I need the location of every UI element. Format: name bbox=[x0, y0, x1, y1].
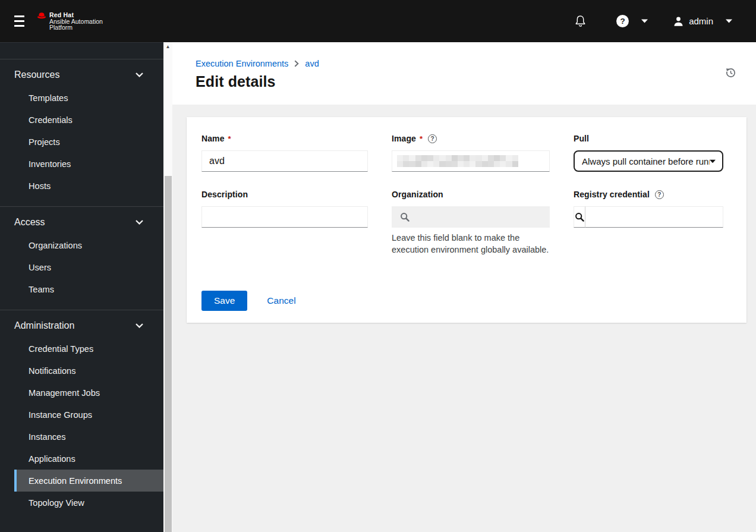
image-field-redacted-value bbox=[397, 155, 518, 167]
brand-logo: Red Hat Ansible Automation Platform bbox=[37, 12, 103, 30]
nav-group-header-access[interactable]: Access bbox=[0, 210, 163, 234]
sidebar-item-organizations[interactable]: Organizations bbox=[14, 234, 163, 256]
search-icon bbox=[575, 212, 584, 222]
description-field-group: Description bbox=[201, 190, 368, 256]
edit-details-card: Name Image bbox=[187, 117, 746, 323]
sidebar-item-instance-groups[interactable]: Instance Groups bbox=[14, 404, 163, 426]
image-input[interactable] bbox=[392, 150, 550, 172]
page-header: Execution Environments avd Edit details bbox=[172, 42, 756, 105]
user-menu-button[interactable]: admin bbox=[673, 16, 732, 27]
content-area: Name Image bbox=[172, 105, 756, 532]
organization-lookup-disabled bbox=[392, 206, 550, 228]
sidebar-item-templates[interactable]: Templates bbox=[14, 87, 163, 109]
sidebar-item-hosts[interactable]: Hosts bbox=[14, 175, 163, 197]
description-input[interactable] bbox=[201, 206, 368, 228]
chevron-down-icon bbox=[641, 19, 648, 23]
chevron-down-icon bbox=[136, 323, 143, 328]
sidebar-item-projects[interactable]: Projects bbox=[14, 131, 163, 153]
registry-credential-lookup bbox=[574, 206, 723, 228]
nav-group-administration: Administration Credential Types Notifica… bbox=[0, 310, 163, 523]
image-field-group: Image bbox=[392, 134, 550, 172]
sidebar-item-credentials[interactable]: Credentials bbox=[14, 109, 163, 131]
sidebar-item-users[interactable]: Users bbox=[14, 256, 163, 278]
nav-group-header-administration[interactable]: Administration bbox=[0, 314, 163, 338]
question-icon bbox=[616, 15, 629, 27]
chevron-down-icon bbox=[136, 220, 143, 225]
organization-helper-text: Leave this field blank to make the execu… bbox=[392, 232, 550, 256]
required-asterisk bbox=[228, 134, 231, 143]
required-asterisk bbox=[420, 134, 423, 143]
image-label: Image bbox=[392, 134, 416, 143]
sidebar-item-instances[interactable]: Instances bbox=[14, 426, 163, 448]
sidebar-item-credential-types[interactable]: Credential Types bbox=[14, 338, 163, 360]
search-icon bbox=[400, 212, 410, 222]
save-button[interactable]: Save bbox=[201, 291, 247, 311]
sidebar-item-inventories[interactable]: Inventories bbox=[14, 153, 163, 175]
masthead: Red Hat Ansible Automation Platform admi… bbox=[0, 0, 756, 42]
help-menu-button[interactable] bbox=[616, 15, 648, 27]
description-label: Description bbox=[201, 190, 248, 199]
sidebar-item-teams[interactable]: Teams bbox=[14, 278, 163, 300]
chevron-down-icon bbox=[726, 19, 732, 23]
brand-line2: Ansible Automation bbox=[49, 18, 103, 24]
form-actions: Save Cancel bbox=[201, 291, 723, 311]
sidebar-item-execution-environments[interactable]: Execution Environments bbox=[14, 470, 163, 492]
image-help-icon[interactable] bbox=[428, 134, 437, 143]
scroll-up-arrow-icon[interactable]: ▲ bbox=[163, 42, 172, 52]
name-label: Name bbox=[201, 134, 225, 143]
username-label: admin bbox=[689, 16, 713, 26]
menu-icon bbox=[14, 15, 24, 17]
registry-credential-field-group: Registry credential bbox=[574, 190, 723, 256]
chevron-right-icon bbox=[294, 60, 299, 67]
notifications-button[interactable] bbox=[575, 15, 586, 27]
breadcrumb: Execution Environments avd bbox=[196, 59, 732, 68]
brand-line1: Red Hat bbox=[49, 12, 103, 18]
pull-label: Pull bbox=[574, 134, 589, 143]
main-area: Execution Environments avd Edit details … bbox=[172, 42, 756, 532]
registry-credential-label: Registry credential bbox=[574, 190, 650, 199]
sidebar-item-topology-view[interactable]: Topology View bbox=[14, 492, 163, 514]
chevron-down-icon bbox=[136, 73, 143, 77]
page-title: Edit details bbox=[196, 73, 732, 90]
registry-credential-help-icon[interactable] bbox=[655, 190, 664, 199]
nav-toggle-button[interactable] bbox=[14, 15, 24, 27]
sidebar-item-notifications[interactable]: Notifications bbox=[14, 360, 163, 382]
pull-field-group: Pull Always pull container before runn..… bbox=[574, 134, 723, 172]
nav-group-access: Access Organizations Users Teams bbox=[0, 206, 163, 310]
cancel-button[interactable]: Cancel bbox=[267, 295, 295, 306]
name-field-group: Name bbox=[201, 134, 368, 172]
nav-group-resources: Resources Templates Credentials Projects… bbox=[0, 59, 163, 206]
breadcrumb-link-avd[interactable]: avd bbox=[305, 59, 319, 68]
nav-group-header-resources[interactable]: Resources bbox=[0, 63, 163, 87]
sidebar-item-applications[interactable]: Applications bbox=[14, 448, 163, 470]
sidebar-scrollbar[interactable]: ▲ bbox=[163, 42, 172, 532]
brand-line3: Platform bbox=[49, 24, 103, 30]
pull-select[interactable]: Always pull container before runn... bbox=[574, 150, 723, 172]
caret-down-icon bbox=[710, 159, 716, 163]
registry-credential-input[interactable] bbox=[585, 206, 723, 228]
breadcrumb-link-execution-environments[interactable]: Execution Environments bbox=[196, 59, 288, 68]
sidebar-item-management-jobs[interactable]: Management Jobs bbox=[14, 382, 163, 404]
bell-icon bbox=[575, 15, 586, 27]
name-input[interactable] bbox=[201, 150, 368, 172]
user-icon bbox=[673, 16, 683, 27]
registry-credential-search-button[interactable] bbox=[574, 206, 585, 228]
activity-history-button[interactable] bbox=[725, 67, 736, 78]
organization-field-group: Organization Leave this field blank to m… bbox=[392, 190, 550, 256]
sidebar-nav: Resources Templates Credentials Projects… bbox=[0, 42, 163, 532]
history-icon bbox=[725, 67, 736, 78]
organization-label: Organization bbox=[392, 190, 443, 199]
redhat-icon bbox=[37, 12, 46, 19]
scrollbar-thumb[interactable] bbox=[165, 176, 172, 532]
